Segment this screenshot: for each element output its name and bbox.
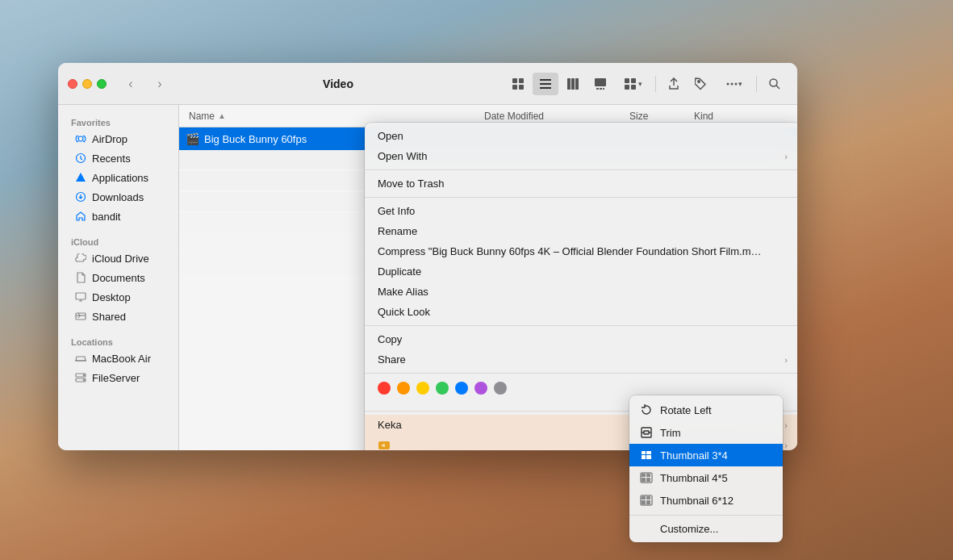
svg-rect-41	[646, 455, 651, 459]
finder-window: ‹ › Video ▾	[58, 63, 797, 450]
svg-rect-11	[596, 88, 599, 90]
svg-rect-0	[512, 78, 517, 83]
sidebar-item-bandit[interactable]: bandit	[61, 207, 175, 226]
desktop-icon	[74, 290, 87, 303]
sidebar-item-airdrop[interactable]: AirDrop	[61, 129, 175, 148]
submenu-rotate-left[interactable]: Rotate Left	[629, 399, 783, 421]
ctx-rename[interactable]: Rename	[365, 221, 797, 241]
maximize-button[interactable]	[97, 79, 107, 89]
svg-rect-46	[646, 478, 650, 482]
ctx-compress[interactable]: Compress "Big Buck Bunny 60fps 4K – Offi…	[365, 241, 797, 261]
desktop-label: Desktop	[92, 291, 131, 303]
svg-point-22	[770, 79, 777, 86]
ctx-move-trash[interactable]: Move to Trash	[365, 173, 797, 194]
sidebar-item-shared[interactable]: Shared	[61, 307, 175, 326]
search-button[interactable]	[762, 73, 788, 95]
svg-point-18	[698, 80, 700, 81]
date-column-header[interactable]: Date Modified	[484, 111, 629, 122]
ctx-separator-1	[365, 169, 797, 170]
submenu-thumbnail-3x4[interactable]: Thumbnail 3*4	[629, 444, 783, 466]
submenu-separator	[629, 515, 783, 516]
svg-rect-10	[595, 78, 606, 86]
thumbnail-3x4-icon	[639, 448, 654, 462]
toolbar: ▾ ▾	[505, 73, 788, 95]
sidebar-item-downloads[interactable]: Downloads	[61, 187, 175, 207]
svg-rect-40	[642, 455, 646, 459]
svg-rect-3	[519, 85, 524, 90]
ctx-share[interactable]: Share ›	[365, 349, 797, 370]
share-button[interactable]	[661, 73, 687, 95]
icloud-drive-label: iCloud Drive	[92, 253, 149, 265]
size-column-header[interactable]: Size	[629, 111, 694, 122]
documents-icon	[74, 271, 87, 284]
sidebar: Favorites AirDrop Recents Applications	[58, 105, 179, 450]
quick-actions-submenu: Rotate Left Trim Thumbnail 3*4 Thumbnail…	[629, 395, 783, 542]
svg-rect-49	[646, 496, 650, 499]
ctx-open[interactable]: Open	[365, 126, 797, 146]
chevron-right-icon-qa: ›	[784, 420, 788, 430]
svg-rect-38	[642, 451, 646, 454]
ctx-duplicate[interactable]: Duplicate	[365, 261, 797, 282]
tag-yellow[interactable]	[416, 382, 429, 395]
close-button[interactable]	[68, 79, 77, 89]
svg-rect-36	[644, 431, 649, 434]
submenu-thumbnail-4x5[interactable]: Thumbnail 4*5	[629, 466, 783, 489]
back-button[interactable]: ‹	[119, 73, 142, 95]
downloads-label: Downloads	[92, 191, 144, 203]
recents-label: Recents	[92, 153, 131, 165]
sidebar-item-macbook-air[interactable]: MacBook Air	[61, 349, 175, 368]
view-list-button[interactable]	[533, 73, 558, 95]
view-grid-button[interactable]	[505, 73, 531, 95]
sidebar-item-applications[interactable]: Applications	[61, 168, 175, 187]
name-column-header[interactable]: Name ▲	[186, 111, 484, 122]
airdrop-icon	[74, 132, 87, 145]
tag-green[interactable]	[436, 382, 449, 395]
tag-blue[interactable]	[455, 382, 468, 395]
submenu-customize[interactable]: Customize...	[629, 519, 783, 539]
view-gallery-button[interactable]	[587, 73, 613, 95]
sidebar-item-recents[interactable]: Recents	[61, 148, 175, 168]
toolbar-separator-2	[756, 76, 757, 92]
minimize-button[interactable]	[82, 79, 92, 89]
svg-rect-51	[646, 500, 650, 504]
svg-rect-1	[519, 78, 524, 83]
svg-rect-6	[540, 87, 551, 89]
documents-label: Documents	[92, 272, 145, 284]
ctx-get-info[interactable]: Get Info	[365, 201, 797, 221]
sidebar-item-fileserver[interactable]: FileServer	[61, 368, 175, 387]
favorites-label: Favorites	[58, 115, 178, 129]
view-group-button[interactable]: ▾	[615, 73, 650, 95]
tag-gray[interactable]	[494, 382, 507, 395]
tag-red[interactable]	[378, 382, 391, 395]
svg-rect-45	[642, 478, 646, 482]
svg-rect-12	[600, 88, 602, 90]
tag-purple[interactable]	[474, 382, 487, 395]
more-button[interactable]: ▾	[716, 73, 751, 95]
bandit-icon	[74, 210, 87, 223]
ctx-make-alias[interactable]: Make Alias	[365, 282, 797, 302]
thumbnail-4x5-icon	[639, 470, 654, 485]
svg-rect-9	[575, 78, 579, 90]
kind-column-header[interactable]: Kind	[694, 111, 791, 122]
ctx-separator-4	[365, 373, 797, 374]
toolbar-separator	[655, 76, 656, 92]
ctx-open-with[interactable]: Open With ›	[365, 146, 797, 166]
thumbnail-6x12-icon	[639, 493, 654, 508]
svg-point-20	[730, 82, 733, 85]
icloud-label: iCloud	[58, 234, 178, 249]
forward-button[interactable]: ›	[148, 73, 171, 95]
downloads-icon	[74, 190, 87, 203]
svg-rect-7	[567, 78, 571, 90]
submenu-thumbnail-6x12[interactable]: Thumbnail 6*12	[629, 489, 783, 512]
sidebar-item-documents[interactable]: Documents	[61, 268, 175, 287]
ctx-quick-look[interactable]: Quick Look	[365, 302, 797, 322]
svg-rect-39	[646, 451, 651, 454]
sidebar-item-desktop[interactable]: Desktop	[61, 287, 175, 307]
ctx-copy[interactable]: Copy	[365, 329, 797, 349]
svg-rect-43	[642, 474, 646, 477]
view-columns-button[interactable]	[560, 73, 586, 95]
tag-button[interactable]	[688, 73, 714, 95]
sidebar-item-icloud-drive[interactable]: iCloud Drive	[61, 249, 175, 268]
tag-orange[interactable]	[397, 382, 410, 395]
submenu-trim[interactable]: Trim	[629, 421, 783, 444]
